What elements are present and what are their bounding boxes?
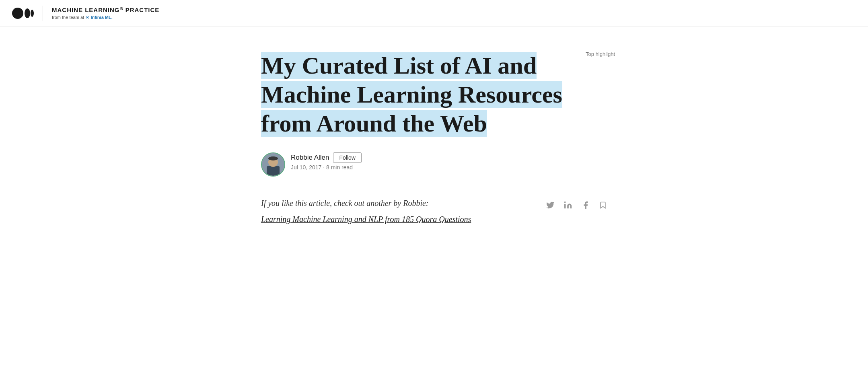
svg-point-2: [31, 10, 34, 17]
facebook-icon[interactable]: [581, 201, 590, 211]
infinity-icon: ∞: [86, 14, 89, 20]
article-date: Jul 10, 2017 · 8 min read: [291, 164, 362, 171]
author-name-row: Robbie Allen Follow: [291, 152, 362, 163]
follow-button[interactable]: Follow: [333, 152, 361, 163]
pub-title: MACHINE LEARNINGIN PRACTICE: [52, 6, 159, 13]
infinia-logo[interactable]: ∞ Infinia ML.: [86, 14, 113, 20]
author-name: Robbie Allen: [291, 154, 329, 162]
linkedin-icon[interactable]: [564, 201, 572, 211]
author-row: Robbie Allen Follow Jul 10, 2017 · 8 min…: [261, 152, 575, 177]
top-highlight-badge: Top highlight: [586, 51, 615, 57]
author-social-section: Robbie Allen Follow Jul 10, 2017 · 8 min…: [261, 152, 607, 177]
svg-point-6: [268, 156, 278, 160]
article-title-wrapper: My Curated List of AI and Machine Learni…: [261, 51, 575, 138]
header-divider: [43, 6, 43, 21]
pub-subtitle: from the team at ∞ Infinia ML.: [52, 14, 159, 20]
medium-logo[interactable]: [11, 6, 34, 21]
site-header: MACHINE LEARNINGIN PRACTICE from the tea…: [0, 0, 868, 27]
svg-rect-4: [267, 166, 280, 176]
svg-point-7: [564, 202, 566, 203]
main-content: Top highlight My Curated List of AI and …: [253, 27, 615, 242]
svg-point-0: [12, 8, 23, 19]
publication-info: MACHINE LEARNINGIN PRACTICE from the tea…: [52, 6, 159, 20]
bookmark-icon[interactable]: [599, 201, 607, 211]
author-avatar: [261, 152, 285, 177]
avatar-image: [262, 153, 284, 176]
svg-point-1: [25, 8, 30, 18]
article-body: If you like this article, check out anot…: [261, 197, 575, 226]
twitter-icon[interactable]: [546, 201, 555, 211]
article-related-link[interactable]: Learning Machine Learning and NLP from 1…: [261, 215, 471, 224]
article-title: My Curated List of AI and Machine Learni…: [261, 51, 575, 138]
article-intro: If you like this article, check out anot…: [261, 197, 575, 210]
author-meta: Robbie Allen Follow Jul 10, 2017 · 8 min…: [291, 152, 362, 171]
social-icons-row: [546, 201, 607, 211]
